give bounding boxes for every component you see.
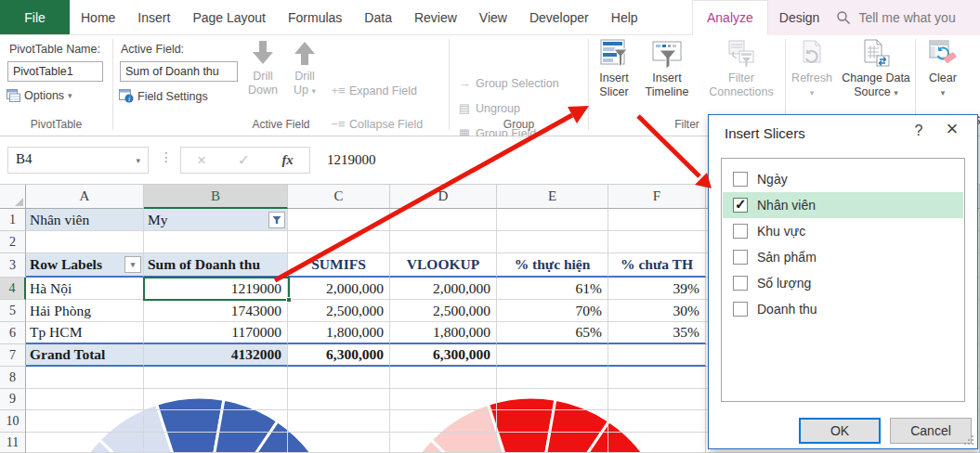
select-all-corner[interactable] <box>0 185 26 209</box>
cell-B10[interactable] <box>144 410 288 433</box>
name-box[interactable]: B4 ▾ <box>7 147 149 174</box>
cell-B3[interactable]: Sum of Doanh thu <box>144 253 288 278</box>
cell-A3[interactable]: Row Labels ▾ <box>26 253 144 278</box>
cell-D1[interactable] <box>390 209 497 231</box>
cell-B2[interactable] <box>144 231 288 253</box>
tab-formulas[interactable]: Formulas <box>277 0 353 34</box>
slicer-option-nhan-vien[interactable]: ✓ Nhân viên <box>723 192 963 218</box>
cell-F3[interactable]: % chưa TH <box>608 253 706 278</box>
drill-up-button[interactable]: Drill Up ▾ <box>284 39 325 117</box>
dialog-close-button[interactable]: × <box>937 117 967 141</box>
checkbox-unchecked-icon[interactable] <box>733 302 748 317</box>
cell-E1[interactable] <box>497 209 608 231</box>
cell-E3[interactable]: % thực hiện <box>497 253 608 278</box>
insert-slicer-button[interactable]: Insert Slicer <box>591 39 637 117</box>
insert-function-icon[interactable]: fx <box>281 152 294 168</box>
cell-F6[interactable]: 35% <box>608 322 706 344</box>
cell-E8[interactable] <box>497 367 608 389</box>
confirm-entry-icon[interactable]: ✓ <box>238 151 250 169</box>
cell-B6[interactable]: 1170000 <box>144 322 288 344</box>
formula-input[interactable]: 1219000 <box>316 147 376 174</box>
row-header-10[interactable]: 10 <box>0 410 26 433</box>
name-box-caret-icon[interactable]: ▾ <box>136 156 140 165</box>
cell-E7[interactable] <box>497 344 608 367</box>
options-button[interactable]: Options ▾ <box>7 89 72 102</box>
cell-E2[interactable] <box>497 231 608 253</box>
col-header-F[interactable]: F <box>608 185 706 209</box>
cell-B4[interactable]: 1219000 <box>144 278 288 300</box>
cell-C1[interactable] <box>288 209 390 231</box>
tab-file[interactable]: File <box>0 0 70 34</box>
checkbox-unchecked-icon[interactable] <box>733 224 748 239</box>
cell-A10[interactable] <box>26 410 144 433</box>
drill-down-button[interactable]: Drill Down <box>243 39 282 117</box>
filter-connections-button[interactable]: Filter Connections <box>699 39 784 117</box>
cancel-button[interactable]: Cancel <box>890 418 972 444</box>
cell-C2[interactable] <box>288 231 390 253</box>
cell-A11[interactable] <box>26 433 144 453</box>
tab-review[interactable]: Review <box>403 0 468 34</box>
cell-B7[interactable]: 4132000 <box>144 344 288 367</box>
tab-view[interactable]: View <box>468 0 518 34</box>
checkbox-checked-icon[interactable]: ✓ <box>733 198 748 213</box>
row-header-7[interactable]: 7 <box>0 344 26 367</box>
cell-D3[interactable]: VLOOKUP <box>390 253 497 278</box>
cell-D6[interactable]: 1,800,000 <box>390 322 497 344</box>
checkbox-unchecked-icon[interactable] <box>733 172 748 187</box>
cell-D9[interactable] <box>390 389 497 410</box>
cell-F11[interactable] <box>608 433 706 453</box>
checkbox-unchecked-icon[interactable] <box>733 250 748 265</box>
cell-F8[interactable] <box>608 367 706 389</box>
cell-D11[interactable] <box>390 433 497 453</box>
cell-D10[interactable] <box>390 410 497 433</box>
cell-C6[interactable]: 1,800,000 <box>288 322 390 344</box>
group-selection-button[interactable]: → Group Selection <box>457 76 559 90</box>
cell-A2[interactable] <box>26 231 144 253</box>
field-settings-button[interactable]: i Field Settings <box>119 89 208 103</box>
cell-C11[interactable] <box>288 433 390 453</box>
tab-analyze[interactable]: Analyze <box>692 0 768 35</box>
row-header-9[interactable]: 9 <box>0 389 26 410</box>
expand-field-button[interactable]: +≡ Expand Field <box>331 84 417 97</box>
cell-B11[interactable] <box>144 433 288 453</box>
resize-grip[interactable] <box>963 434 974 446</box>
cell-E9[interactable] <box>497 389 608 410</box>
row-header-4[interactable]: 4 <box>0 278 26 300</box>
cell-D2[interactable] <box>390 231 497 253</box>
col-header-E[interactable]: E <box>497 185 608 209</box>
col-header-B[interactable]: B <box>144 185 288 209</box>
clear-button[interactable]: Clear ▾ <box>918 39 968 117</box>
cell-D8[interactable] <box>390 367 497 389</box>
tab-page-layout[interactable]: Page Layout <box>181 0 277 34</box>
row-header-3[interactable]: 3 <box>0 253 26 278</box>
cell-F7[interactable] <box>608 344 706 367</box>
cell-A6[interactable]: Tp HCM <box>26 322 144 344</box>
ungroup-button[interactable]: ▤ Ungroup <box>457 101 520 115</box>
cell-E6[interactable]: 65% <box>497 322 608 344</box>
cell-F1[interactable] <box>608 209 706 231</box>
slicer-option-ngay[interactable]: Ngày <box>723 166 963 192</box>
cell-F2[interactable] <box>608 231 706 253</box>
cell-A4[interactable]: Hà Nội <box>26 278 144 300</box>
tell-me-search[interactable]: Tell me what you <box>830 0 960 35</box>
checkbox-unchecked-icon[interactable] <box>733 276 748 291</box>
cell-D5[interactable]: 2,500,000 <box>390 300 497 322</box>
cell-E10[interactable] <box>497 410 608 433</box>
cell-E11[interactable] <box>497 433 608 453</box>
tab-developer[interactable]: Developer <box>518 0 600 34</box>
cell-B1[interactable]: My <box>144 209 288 231</box>
cell-D7[interactable]: 6,300,000 <box>390 344 497 367</box>
cell-C10[interactable] <box>288 410 390 433</box>
filter-applied-button[interactable] <box>268 212 285 228</box>
cell-C3[interactable]: SUMIFS <box>288 253 390 278</box>
row-header-1[interactable]: 1 <box>0 209 26 231</box>
row-header-2[interactable]: 2 <box>0 231 26 253</box>
cell-F4[interactable]: 39% <box>608 278 706 300</box>
dialog-help-button[interactable]: ? <box>908 123 930 139</box>
cell-D4[interactable]: 2,000,000 <box>390 278 497 300</box>
cell-A8[interactable] <box>26 367 144 389</box>
change-data-source-button[interactable]: Change Data Source ▾ <box>838 39 914 117</box>
tab-data[interactable]: Data <box>353 0 403 34</box>
cell-F5[interactable]: 30% <box>608 300 706 322</box>
row-labels-dropdown-button[interactable]: ▾ <box>124 256 141 273</box>
